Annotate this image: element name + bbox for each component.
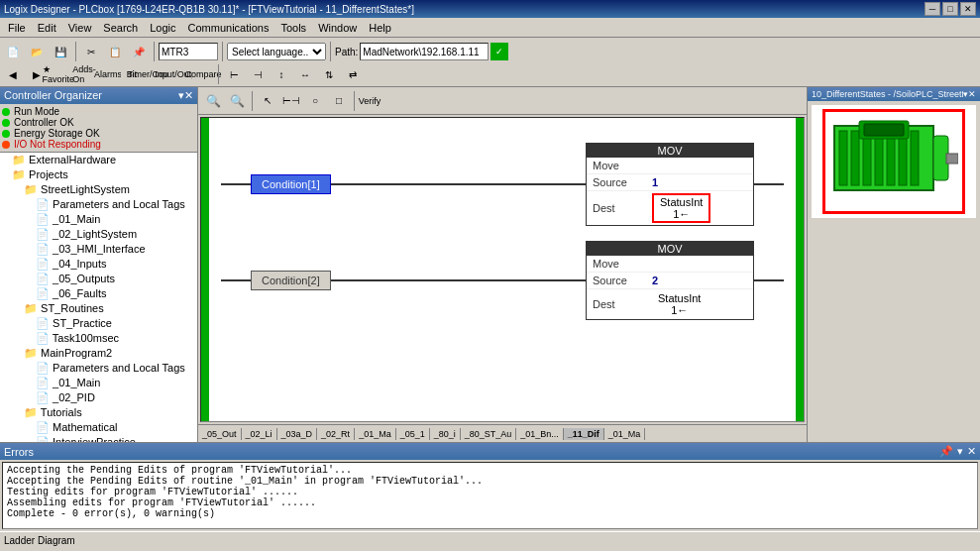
tree-02-lightsystem[interactable]: 📄 _02_LightSystem — [0, 227, 197, 242]
rung1-dest-value-box[interactable]: StatusInt 1← — [652, 193, 710, 223]
tree-interview-practice[interactable]: 📄 InterviewPractice — [0, 435, 197, 442]
errors-close-icon[interactable]: ✕ — [967, 445, 976, 458]
rung-tab-02rt[interactable]: _02_Rt — [317, 428, 355, 440]
alarms-button[interactable]: Alarms — [97, 63, 119, 85]
menu-view[interactable]: View — [62, 20, 98, 36]
rung2-dest-value: StatusInt — [658, 292, 701, 304]
menu-file[interactable]: File — [2, 20, 32, 36]
copy-button[interactable]: 📋 — [104, 41, 126, 62]
close-button[interactable]: ✕ — [960, 2, 976, 16]
contact-button[interactable]: ⊢⊣ — [280, 90, 302, 112]
tree-st-practice[interactable]: 📄 ST_Practice — [0, 316, 197, 331]
select-button[interactable]: ↖ — [257, 90, 278, 112]
zoom-out-button[interactable]: 🔍 — [202, 90, 224, 112]
save-button[interactable]: 💾 — [50, 41, 71, 62]
tree-mainprogram2[interactable]: 📁 MainProgram2 — [0, 346, 197, 361]
right-panel-header: 10_DifferentStates - /SoiloPLC_StreetLig… — [808, 87, 980, 101]
motor-svg — [829, 116, 958, 205]
rung2-mov-title: MOV — [587, 242, 753, 256]
toolbar-area: 📄 📂 💾 ✂ 📋 📌 Select language... Path: ✓ ◀… — [0, 38, 980, 87]
maximize-button[interactable]: □ — [942, 2, 958, 16]
verify-button[interactable]: Verify — [359, 90, 381, 112]
tree-st-routines[interactable]: 📁 ST_Routines — [0, 301, 197, 316]
ladder-nav-6[interactable]: ⇄ — [342, 63, 364, 85]
ladder-nav-2[interactable]: ⊣ — [247, 63, 269, 85]
window-controls: ─ □ ✕ — [925, 2, 976, 16]
errors-content[interactable]: Accepting the Pending Edits of program '… — [2, 462, 978, 529]
go-online-button[interactable]: ✓ — [490, 43, 508, 60]
tree-06-faults[interactable]: 📄 _06_Faults — [0, 286, 197, 301]
coil-button[interactable]: ○ — [304, 90, 326, 112]
adds-on-button[interactable]: Adds-On — [73, 63, 95, 85]
menu-communications[interactable]: Communications — [182, 20, 275, 36]
ladder-nav-1[interactable]: ⊢ — [223, 63, 245, 85]
right-panel-controls[interactable]: ▾✕ — [963, 89, 976, 99]
back-button[interactable]: ◀ — [2, 63, 24, 85]
rung2-move-row: Move — [587, 256, 753, 273]
tree-tutorials[interactable]: 📁 Tutorials — [0, 405, 197, 420]
ladder-nav-4[interactable]: ↔ — [294, 63, 316, 85]
rung-tab-03ad[interactable]: _03a_D — [277, 428, 318, 440]
rung-tab-11dif[interactable]: _11_Dif — [564, 428, 604, 440]
ladder-diagram-area[interactable]: Condition[1] MOV Move Source 1 — [200, 117, 805, 422]
menu-edit[interactable]: Edit — [32, 20, 62, 36]
menu-help[interactable]: Help — [363, 20, 397, 36]
rung1-mov-block[interactable]: MOV Move Source 1 Dest StatusInt — [586, 143, 754, 226]
language-select[interactable]: Select language... — [227, 43, 326, 60]
errors-line-3: Testing edits for program 'FTViewTutoria… — [7, 487, 973, 497]
tree-05-outputs[interactable]: 📄 _05_Outputs — [0, 272, 197, 286]
compare-button[interactable]: Compare — [192, 63, 214, 85]
errors-pin-icon[interactable]: 📌 — [939, 445, 953, 458]
ladder-nav-5[interactable]: ⇅ — [318, 63, 340, 85]
tree-mathematical[interactable]: 📄 Mathematical — [0, 420, 197, 435]
rung-tab-01ma[interactable]: _01_Ma — [355, 428, 396, 440]
rung-tab-05out[interactable]: _05_Out — [198, 428, 242, 440]
ladder-nav-3[interactable]: ↕ — [271, 63, 292, 85]
path-input[interactable] — [360, 43, 489, 60]
rung-tab-02li[interactable]: _02_Li — [242, 428, 277, 440]
tree-03-hmi[interactable]: 📄 _03_HMI_Interface — [0, 242, 197, 257]
rung2-dest-row: Dest StatusInt 1← — [587, 289, 753, 319]
rung-tab-80i[interactable]: _80_i — [430, 428, 461, 440]
errors-minimize-icon[interactable]: ▾ — [957, 445, 963, 458]
organizer-controls[interactable]: ▾✕ — [178, 89, 193, 102]
menu-tools[interactable]: Tools — [274, 20, 312, 36]
tree-streetlight-system[interactable]: 📁 StreetLightSystem — [0, 182, 197, 197]
tree-02-pid[interactable]: 📄 _02_PID — [0, 390, 197, 405]
rung-tab-05-1[interactable]: _05_1 — [396, 428, 430, 440]
rung-tab-80stau[interactable]: _80_ST_Au — [461, 428, 517, 440]
rung-tab-01bn[interactable]: _01_Bn... — [516, 428, 564, 440]
new-button[interactable]: 📄 — [2, 41, 24, 62]
tree-01-main-1[interactable]: 📄 _01_Main — [0, 212, 197, 227]
rung-tabs-bar: _05_Out _02_Li _03a_D _02_Rt _01_Ma _05_… — [198, 424, 807, 442]
tree-projects[interactable]: 📁 Projects — [0, 167, 197, 182]
tree-params-local-1[interactable]: 📄 Parameters and Local Tags — [0, 197, 197, 212]
svg-rect-6 — [911, 131, 919, 185]
tree-04-inputs[interactable]: 📄 _04_Inputs — [0, 257, 197, 272]
tree-01-main-2[interactable]: 📄 _01_Main — [0, 376, 197, 390]
rung-tab-01ma2[interactable]: _01_Ma — [604, 428, 646, 440]
search-input[interactable] — [159, 43, 218, 60]
rung2-mov-block[interactable]: MOV Move Source 2 Dest StatusInt — [586, 241, 754, 320]
zoom-in-button[interactable]: 🔍 — [226, 90, 248, 112]
open-button[interactable]: 📂 — [26, 41, 48, 62]
tree-params-local-2[interactable]: 📄 Parameters and Local Tags — [0, 361, 197, 376]
menu-window[interactable]: Window — [312, 20, 363, 36]
main-body: Controller Organizer ▾✕ Run Mode Control… — [0, 87, 980, 442]
block-button[interactable]: □ — [328, 90, 350, 112]
cut-button[interactable]: ✂ — [80, 41, 102, 62]
paste-button[interactable]: 📌 — [128, 41, 150, 62]
svg-rect-1 — [851, 131, 859, 185]
menu-search[interactable]: Search — [97, 20, 144, 36]
menu-logic[interactable]: Logic — [144, 20, 181, 36]
minimize-button[interactable]: ─ — [925, 2, 940, 16]
rung1-condition-block[interactable]: Condition[1] — [251, 174, 331, 194]
rung2-dest-value-box[interactable]: StatusInt 1← — [652, 291, 707, 317]
ladder-toolbar: 🔍 🔍 ↖ ⊢⊣ ○ □ Verify — [198, 87, 807, 115]
tree-external-hardware[interactable]: 📁 ExternalHardware — [0, 153, 197, 167]
svg-rect-10 — [864, 124, 904, 136]
tree-task100msec[interactable]: 📄 Task100msec — [0, 331, 197, 346]
rung1-left-line — [221, 183, 251, 185]
rung2-condition-block[interactable]: Condition[2] — [251, 271, 331, 290]
favorites-button[interactable]: ★ Favorites — [50, 63, 71, 85]
